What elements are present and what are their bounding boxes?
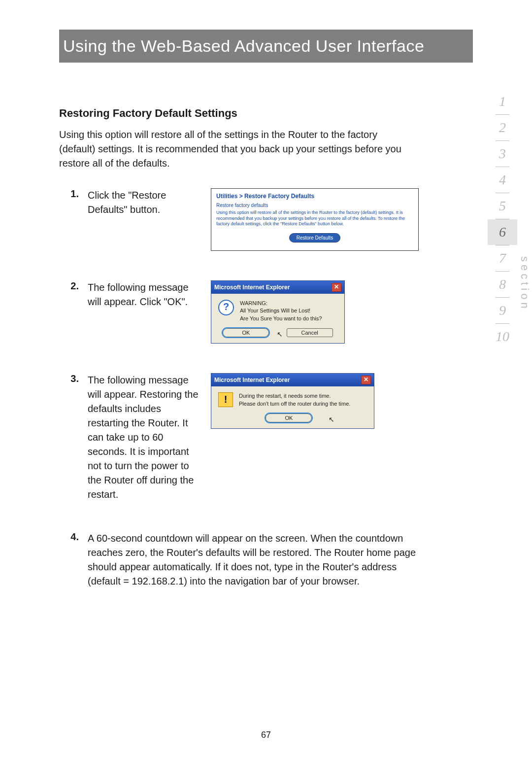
step-number: 3.: [59, 373, 88, 384]
cancel-button[interactable]: Cancel: [287, 328, 333, 337]
step-3: 3. The following message will appear. Re…: [59, 373, 473, 502]
panel-subtitle: Restore factory defaults: [216, 203, 413, 208]
section-nav-item-3[interactable]: 3: [488, 141, 517, 167]
section-nav-item-6[interactable]: 6: [488, 219, 517, 245]
warning-dialog: Microsoft Internet Explorer ✕ ? WARNING:…: [211, 280, 345, 344]
question-icon: ?: [218, 300, 234, 315]
page-number: 67: [0, 730, 532, 740]
steps-list: 1. Click the "Restore Defaults" button. …: [59, 188, 473, 588]
section-nav-item-10[interactable]: 10: [488, 324, 517, 349]
ok-button[interactable]: OK: [266, 414, 312, 422]
section-nav-item-8[interactable]: 8: [488, 272, 517, 297]
step-text: The following message will appear. Resto…: [88, 373, 211, 502]
dialog-message: During the restart, it needs some time. …: [239, 392, 350, 408]
step-2: 2. The following message will appear. Cl…: [59, 280, 473, 344]
close-icon[interactable]: ✕: [332, 283, 341, 292]
section-nav-item-7[interactable]: 7: [488, 245, 517, 271]
document-page: Using the Web-Based Advanced User Interf…: [0, 0, 532, 760]
step-text: A 60-second countdown will appear on the…: [88, 531, 432, 588]
section-nav-item-1[interactable]: 1: [488, 89, 517, 114]
cursor-icon: ↖: [329, 415, 334, 423]
step-number: 2.: [59, 280, 88, 292]
section-nav-item-2[interactable]: 2: [488, 115, 517, 140]
cursor-icon: ↖: [277, 330, 283, 338]
restore-defaults-panel: Utilities > Restore Factory Defaults Res…: [211, 188, 419, 251]
step-number: 1.: [59, 188, 88, 200]
dialog-titlebar: Microsoft Internet Explorer ✕: [211, 281, 344, 294]
page-title-banner: Using the Web-Based Advanced User Interf…: [59, 30, 473, 63]
step-1: 1. Click the "Restore Defaults" button. …: [59, 188, 473, 251]
restart-dialog: Microsoft Internet Explorer ✕ ! During t…: [211, 373, 374, 429]
section-nav-item-5[interactable]: 5: [488, 193, 517, 219]
ok-button[interactable]: OK: [223, 328, 269, 337]
step-text: The following message will appear. Click…: [88, 280, 211, 309]
step-1-screenshot: Utilities > Restore Factory Defaults Res…: [211, 188, 473, 251]
step-text: Click the "Restore Defaults" button.: [88, 188, 211, 217]
close-icon[interactable]: ✕: [361, 376, 371, 384]
section-nav: 12345678910: [488, 89, 517, 349]
section-label: section: [518, 256, 531, 311]
dialog-message: WARNING: All Your Settings Will be Lost!…: [240, 300, 322, 322]
dialog-title-text: Microsoft Internet Explorer: [214, 284, 290, 291]
step-4: 4. A 60-second countdown will appear on …: [59, 531, 473, 588]
dialog-title-text: Microsoft Internet Explorer: [214, 377, 290, 383]
warning-icon: !: [218, 392, 233, 407]
dialog-titlebar: Microsoft Internet Explorer ✕: [211, 374, 374, 386]
section-heading: Restoring Factory Default Settings: [59, 107, 473, 120]
breadcrumb: Utilities > Restore Factory Defaults: [216, 193, 413, 200]
intro-paragraph: Using this option will restore all of th…: [59, 128, 414, 171]
section-nav-item-9[interactable]: 9: [488, 298, 517, 323]
step-2-screenshot: Microsoft Internet Explorer ✕ ? WARNING:…: [211, 280, 473, 344]
panel-description: Using this option will restore all of th…: [216, 210, 413, 227]
step-number: 4.: [59, 531, 88, 543]
restore-defaults-button[interactable]: Restore Defaults: [289, 233, 340, 242]
section-nav-item-4[interactable]: 4: [488, 167, 517, 193]
step-3-screenshot: Microsoft Internet Explorer ✕ ! During t…: [211, 373, 473, 429]
